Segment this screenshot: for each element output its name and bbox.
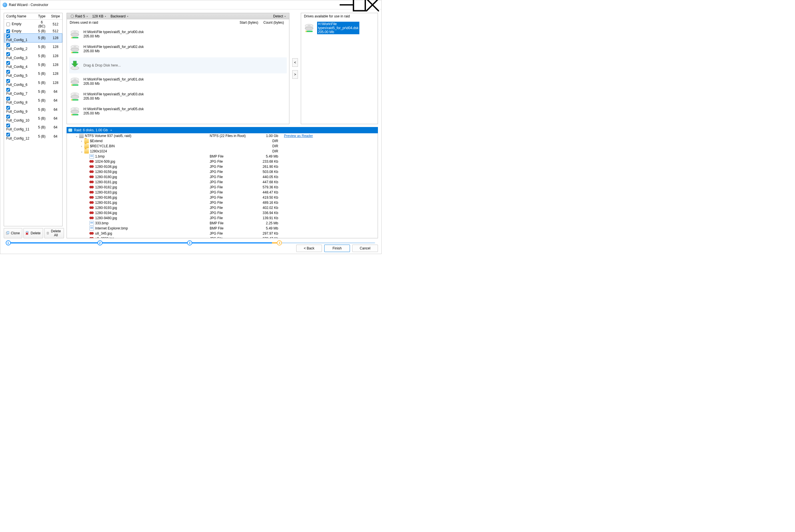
step-1: 1 — [6, 240, 11, 245]
tree-row[interactable]: 1280-9181.jpgJPG File447.68 Kb — [67, 179, 378, 185]
hard-drive-icon — [69, 91, 80, 102]
tree-row[interactable]: ⌄1280x1024DIR — [67, 149, 378, 154]
config-row[interactable]: Full_Config_55 (B)128 — [4, 69, 62, 78]
maximize-button[interactable] — [353, 0, 366, 9]
config-header-stripe[interactable]: Stripe — [49, 13, 62, 20]
svg-point-39 — [71, 110, 79, 113]
tree-row[interactable]: 1280-9480.jpgJPG File139.91 Kb — [67, 215, 378, 221]
svg-point-20 — [71, 48, 79, 51]
clone-button[interactable]: Clone — [4, 228, 22, 238]
file-icon — [89, 221, 94, 226]
tree-row[interactable]: ⌄NTFS Volume 937 (raid5, raid)NTFS (22 F… — [67, 133, 378, 138]
config-row[interactable]: Full_Config_105 (B)64 — [4, 114, 62, 123]
config-row[interactable]: Full_Config_95 (B)64 — [4, 105, 62, 114]
config-checkbox[interactable] — [6, 88, 10, 92]
tree-row[interactable]: ›$RECYCLE.BINDIR — [67, 144, 378, 149]
config-header-name[interactable]: Config Name — [4, 13, 35, 20]
config-checkbox[interactable] — [6, 61, 10, 65]
config-row[interactable]: Full_Config_45 (B)128 — [4, 60, 62, 69]
hard-drive-icon — [69, 29, 80, 40]
config-row[interactable]: Full_Config_25 (B)128 — [4, 42, 62, 51]
file-tree[interactable]: ⌄NTFS Volume 937 (raid5, raid)NTFS (22 F… — [67, 133, 378, 238]
minimize-button[interactable] — [340, 0, 353, 9]
config-row[interactable]: Empty5 (B)512 — [4, 28, 62, 33]
expand-toggle[interactable]: › — [80, 139, 83, 143]
config-row[interactable]: Full_Config_15 (B)128 — [4, 33, 62, 42]
config-row[interactable]: Full_Config_65 (B)128 — [4, 78, 62, 87]
config-checkbox[interactable] — [6, 43, 10, 47]
delete-all-button[interactable]: Delete All — [44, 228, 64, 238]
used-drive-item[interactable]: H:\Work\File types\raid5_for_pr\d00.dsk2… — [69, 27, 287, 42]
order-dropdown[interactable]: Backward▾ — [109, 14, 130, 18]
tree-row[interactable]: Internet Explorer.bmpBMP File5.49 Mb — [67, 226, 378, 231]
preview-link[interactable]: Preview as Reader — [284, 134, 313, 138]
close-button[interactable] — [366, 0, 379, 9]
drop-slot[interactable]: Drag & Drop Disk here... — [69, 57, 287, 73]
used-drive-item[interactable]: H:\Work\File types\raid5_for_pr\d05.dsk2… — [69, 104, 287, 119]
finish-button[interactable]: Finish — [324, 245, 350, 252]
tree-row[interactable]: 1280-9194.jpgJPG File336.94 Kb — [67, 210, 378, 215]
config-checkbox[interactable] — [6, 124, 10, 127]
used-drive-item[interactable]: H:\Work\File types\raid5_for_pr\d01.dsk2… — [69, 74, 287, 89]
panel-drives-available: Drives available for use in raid H:\Work… — [301, 13, 378, 124]
tree-row[interactable]: 1280-9180.jpgJPG File440.05 Kb — [67, 174, 378, 179]
move-right-button[interactable]: > — [292, 70, 298, 79]
used-drives-title: Drives used in raid — [70, 21, 235, 24]
block-size-dropdown[interactable]: 128 KB▾ — [91, 14, 108, 18]
svg-point-45 — [305, 27, 313, 30]
raid-info-bar[interactable]: Raid: 6 disks, 1.00 Gb ▾ — [67, 127, 378, 133]
config-row[interactable]: Full_Config_115 (B)64 — [4, 123, 62, 132]
config-row[interactable]: Full_Config_75 (B)64 — [4, 87, 62, 96]
available-drive-item[interactable]: H:\Work\Filetypes\raid5_for_pr\d04.dsk20… — [303, 21, 375, 35]
expand-toggle[interactable]: ⌄ — [75, 134, 78, 137]
back-button[interactable]: < Back — [296, 245, 322, 252]
tree-row[interactable]: ›$ExtendDIR — [67, 138, 378, 144]
config-table[interactable]: Config Name Type Stripe Empty6 (BC)512Em… — [4, 13, 62, 226]
caret-down-icon: ▾ — [127, 15, 128, 18]
config-checkbox[interactable] — [6, 106, 10, 110]
used-drive-item[interactable]: H:\Work\File types\raid5_for_pr\d02.dsk2… — [69, 42, 287, 57]
col-count[interactable]: Count (bytes) — [260, 21, 286, 24]
delete-button[interactable]: Delete — [23, 228, 43, 238]
detect-dropdown[interactable]: Detect▾ — [271, 14, 287, 18]
tree-row[interactable]: 1.bmpBMP File5.49 Mb — [67, 154, 378, 159]
config-checkbox[interactable] — [6, 52, 10, 56]
config-row[interactable]: Full_Config_125 (B)64 — [4, 132, 62, 141]
config-row[interactable]: Empty6 (BC)512 — [4, 20, 62, 29]
config-checkbox[interactable] — [6, 30, 10, 33]
jpg-icon — [89, 165, 94, 169]
expand-toggle[interactable]: › — [80, 145, 83, 148]
expand-toggle[interactable]: ⌄ — [80, 150, 83, 153]
config-checkbox[interactable] — [6, 97, 10, 100]
cancel-button[interactable]: Cancel — [352, 245, 378, 252]
tree-row[interactable]: 1280-9108.jpgJPG File261.90 Kb — [67, 164, 378, 169]
folder-icon — [84, 144, 89, 148]
jpg-icon — [89, 206, 94, 210]
tree-row[interactable]: 333.bmpBMP File2.25 Mb — [67, 221, 378, 226]
used-drive-item[interactable]: H:\Work\File types\raid5_for_pr\d03.dsk2… — [69, 89, 287, 104]
tree-row[interactable]: u8_345.jpgJPG File297.97 Kb — [67, 231, 378, 236]
config-checkbox[interactable] — [6, 22, 10, 26]
tree-row[interactable]: 1280-9183.jpgJPG File448.47 Kb — [67, 190, 378, 195]
config-checkbox[interactable] — [6, 115, 10, 118]
config-checkbox[interactable] — [6, 70, 10, 74]
window-title: Raid Wizard - Constructor — [9, 3, 340, 7]
config-row[interactable]: Full_Config_35 (B)128 — [4, 51, 62, 60]
config-row[interactable]: Full_Config_85 (B)64 — [4, 96, 62, 105]
config-header-type[interactable]: Type — [35, 13, 49, 20]
tree-row[interactable]: 1024-509.jpgJPG File233.68 Kb — [67, 159, 378, 164]
tree-row[interactable]: 1280-9159.jpgJPG File503.08 Kb — [67, 169, 378, 174]
config-checkbox[interactable] — [6, 79, 10, 83]
tree-row[interactable]: u9_2923.jpgJPG File378.47 Kb — [67, 236, 378, 238]
config-checkbox[interactable] — [6, 133, 10, 136]
tree-row[interactable]: 1280-9182.jpgJPG File579.36 Kb — [67, 185, 378, 190]
tree-row[interactable]: 1280-9186.jpgJPG File419.50 Kb — [67, 195, 378, 200]
col-start[interactable]: Start (bytes) — [235, 21, 260, 24]
config-checkbox[interactable] — [6, 34, 10, 38]
tree-row[interactable]: 1280-9193.jpgJPG File402.02 Kb — [67, 205, 378, 210]
hard-drive-icon — [69, 76, 80, 87]
titlebar: Raid Wizard - Constructor — [0, 0, 381, 10]
raid-type-dropdown[interactable]: Raid 5▾ — [69, 14, 89, 18]
move-left-button[interactable]: < — [292, 58, 298, 67]
tree-row[interactable]: 1280-9191.jpgJPG File489.16 Kb — [67, 200, 378, 205]
